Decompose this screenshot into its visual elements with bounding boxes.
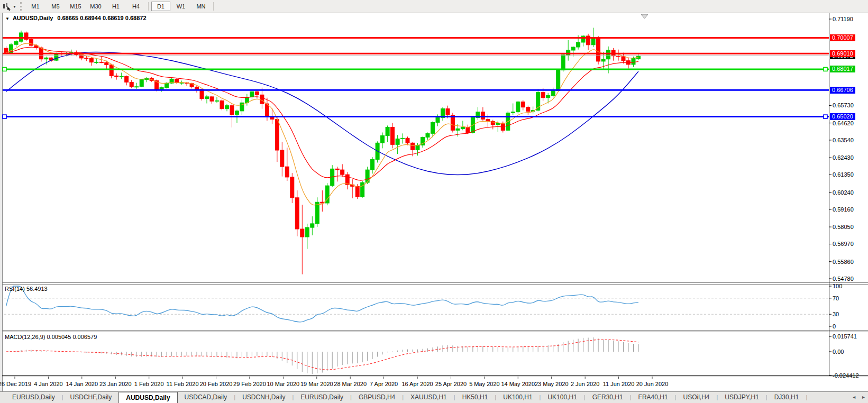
chart-tab-gbpusd-h4[interactable]: GBPUSD,H4 [352,392,402,403]
timeframe-button-MN[interactable]: MN [191,2,211,11]
chart-title-symbol: AUDUSD,Daily [13,15,53,21]
chart-title-ohlc: 0.68665 0.68944 0.68619 0.68872 [57,15,146,21]
chart-tab-usoil-h4[interactable]: USOil,H4 [676,392,716,403]
timeframe-button-H1[interactable]: H1 [106,2,125,11]
chart-window[interactable] [2,13,868,392]
chart-tab-usdjpy-h1[interactable]: USDJPY,H1 [718,392,765,403]
timeframe-button-M1[interactable]: M1 [26,2,45,11]
chart-cursor-tool-icon[interactable] [2,2,12,11]
timeframe-button-M15[interactable]: M15 [66,2,85,11]
chart-tab-uk100-h1[interactable]: UK100,H1 [541,392,583,403]
toolbar-grip-handle[interactable] [20,2,22,11]
chart-tab-usdcad-daily[interactable]: USDCAD,Daily [178,392,234,403]
top-toolbar: ▼ M1M5M15M30H1H4D1W1MN [0,0,868,13]
tabs-scroll-left-icon[interactable]: ◂ [853,394,855,400]
chart-tab-usdcnh-daily[interactable]: USDCNH,Daily [235,392,292,403]
chart-tab-xauusd-h1[interactable]: XAUUSD,H1 [404,392,454,403]
chart-tab-hk50-h1[interactable]: HK50,H1 [455,392,495,403]
timeframe-button-W1[interactable]: W1 [171,2,190,11]
toolbar-separator [213,2,214,11]
chart-tab-eurusd-daily[interactable]: EURUSD,Daily [5,392,62,403]
timeframe-button-M30[interactable]: M30 [86,2,105,11]
chart-tab-fra40-h1[interactable]: FRA40,H1 [632,392,675,403]
tabs-scroll-right-icon[interactable]: ▸ [862,394,865,400]
chart-tab-dj30-h1[interactable]: DJ30,H1 [768,392,806,403]
tab-separator: | [806,392,807,403]
timeframe-button-M5[interactable]: M5 [46,2,65,11]
chart-tab-usdchf-daily[interactable]: USDCHF,Daily [63,392,119,403]
mt4-terminal: ▼ M1M5M15M30H1H4D1W1MN 0.711900.657300.6… [0,0,868,403]
timeframe-button-H4[interactable]: H4 [126,2,145,11]
chevron-down-icon[interactable]: ▼ [13,5,16,8]
chart-title: ▼AUDUSD,Daily0.68665 0.68944 0.68619 0.6… [5,15,147,21]
rsi-indicator-label: RSI(14) 56.4913 [5,286,48,292]
chart-tab-ger30-h1[interactable]: GER30,H1 [586,392,630,403]
tab-scroll-arrows: ◂ ▸ [847,394,865,400]
timeframe-button-D1[interactable]: D1 [151,2,170,11]
collapse-arrow-icon[interactable]: ▼ [5,16,10,21]
chart-tab-uk100-h1[interactable]: UK100,H1 [496,392,539,403]
toolbar-separator [148,2,149,11]
chart-tab-audusd-daily[interactable]: AUDUSD,Daily [118,392,177,403]
timeframe-toolbar: M1M5M15M30H1H4D1W1MN [25,0,216,13]
chart-tab-bar: EURUSD,Daily|USDCHF,DailyAUDUSD,DailyUSD… [0,391,868,403]
chart-tab-eurusd-daily[interactable]: EURUSD,Daily [294,392,350,403]
macd-indicator-label: MACD(12,26,9) 0.005045 0.006579 [5,334,97,340]
